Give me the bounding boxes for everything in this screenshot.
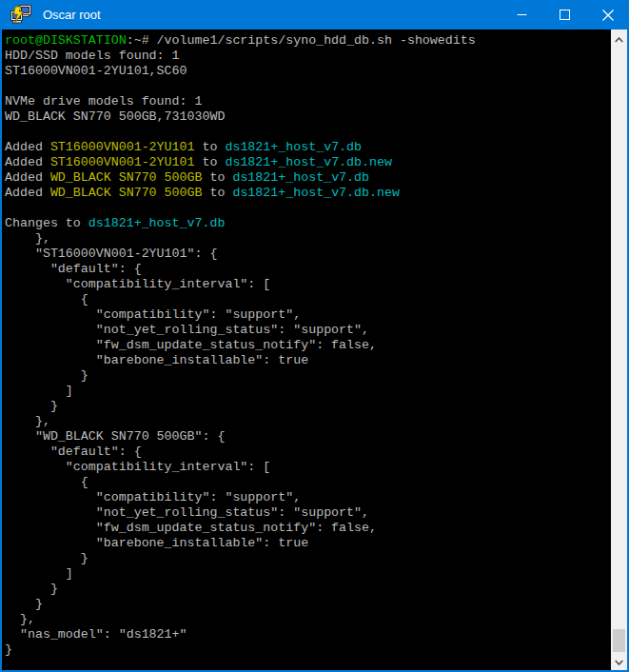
terminal-text-segment: }, bbox=[5, 612, 35, 626]
terminal-text-segment: NVMe drive models found: 1 bbox=[5, 94, 202, 109]
window-controls bbox=[501, 0, 629, 30]
terminal-line: Changes to ds1821+_host_v7.db bbox=[5, 216, 611, 231]
terminal-text-segment: "barebone_installable": true bbox=[5, 353, 308, 367]
terminal-text-segment: WD_BLACK SN770 500GB bbox=[50, 170, 203, 185]
terminal-output[interactable]: root@DISKSTATION:~# /volume1/scripts/syn… bbox=[2, 30, 611, 670]
putty-window: Oscar root root@DISKSTATION:~# /volume1/… bbox=[0, 0, 629, 672]
terminal-line: }, bbox=[5, 231, 611, 247]
terminal-text-segment: :~# /volume1/scripts/syno_hdd_db.sh -sho… bbox=[127, 33, 476, 48]
terminal-line: "not_yet_rolling_status": "support", bbox=[5, 505, 611, 521]
terminal-line: } bbox=[5, 368, 611, 384]
terminal-line: }, bbox=[5, 612, 611, 627]
terminal-text-segment: "compatibility": "support", bbox=[5, 307, 301, 322]
scrollbar-thumb[interactable] bbox=[613, 629, 625, 652]
terminal-text-segment: WD_BLACK SN770 500GB,731030WD bbox=[5, 109, 225, 124]
chevron-down-icon bbox=[615, 660, 623, 665]
terminal-line: ] bbox=[5, 384, 611, 399]
terminal-line: }, bbox=[5, 414, 611, 429]
terminal-text-segment: } bbox=[5, 582, 58, 596]
terminal-text-segment: } bbox=[5, 399, 58, 413]
terminal-line: ] bbox=[5, 566, 611, 582]
terminal-text-segment: "barebone_installable": true bbox=[5, 536, 308, 550]
terminal-line: } bbox=[5, 399, 611, 414]
terminal-line: Added ST16000VN001-2YU101 to ds1821+_hos… bbox=[5, 140, 611, 155]
scroll-down-button[interactable] bbox=[611, 654, 627, 670]
terminal-text-segment: ST16000VN001-2YU101 bbox=[50, 155, 195, 169]
terminal-text-segment: } bbox=[5, 551, 88, 565]
terminal-text-segment: ] bbox=[5, 566, 73, 581]
putty-app-icon[interactable] bbox=[10, 5, 31, 25]
terminal-line: "ST16000VN001-2YU101": { bbox=[5, 247, 611, 262]
terminal-text-segment: "default": { bbox=[5, 262, 142, 276]
maximize-button[interactable] bbox=[543, 0, 586, 30]
terminal-line: } bbox=[5, 582, 611, 597]
terminal-line: "not_yet_rolling_status": "support", bbox=[5, 323, 611, 338]
terminal-text-segment: ST16000VN001-2YU101,SC60 bbox=[5, 64, 187, 78]
terminal-line: } bbox=[5, 551, 611, 566]
terminal-line: } bbox=[5, 597, 611, 612]
terminal-text-segment: "compatibility_interval": [ bbox=[5, 277, 270, 291]
terminal-text-segment: ds1821+_host_v7.db bbox=[225, 140, 362, 154]
terminal-text-segment: Added bbox=[5, 140, 50, 154]
terminal-text-segment: Changes to bbox=[5, 216, 88, 230]
minimize-icon bbox=[517, 10, 527, 20]
terminal-line: WD_BLACK SN770 500GB,731030WD bbox=[5, 109, 611, 125]
terminal-line: "barebone_installable": true bbox=[5, 353, 611, 368]
terminal-line: "fw_dsm_update_status_notify": false, bbox=[5, 338, 611, 353]
terminal-text-segment: } bbox=[5, 642, 12, 657]
terminal-line: "WD_BLACK SN770 500GB": { bbox=[5, 429, 611, 445]
terminal-text-segment: }, bbox=[5, 231, 50, 246]
terminal-line: NVMe drive models found: 1 bbox=[5, 94, 611, 109]
terminal-text-segment: "fw_dsm_update_status_notify": false, bbox=[5, 521, 377, 535]
terminal-line: { bbox=[5, 292, 611, 307]
chevron-up-icon bbox=[615, 37, 623, 43]
close-icon bbox=[602, 10, 614, 21]
terminal-text-segment: "compatibility": "support", bbox=[5, 490, 301, 504]
terminal-line: root@DISKSTATION:~# /volume1/scripts/syn… bbox=[5, 33, 611, 49]
terminal-text-segment: Added bbox=[5, 170, 50, 185]
terminal-text-segment: ds1821+_host_v7.db bbox=[232, 170, 369, 185]
terminal-text-segment: ] bbox=[5, 384, 73, 398]
terminal-line: HDD/SSD models found: 1 bbox=[5, 49, 611, 64]
terminal-text-segment: "nas_model": "ds1821+" bbox=[5, 627, 187, 642]
terminal-line: "compatibility": "support", bbox=[5, 307, 611, 323]
terminal-text-segment: ST16000VN001-2YU101 bbox=[50, 140, 195, 154]
terminal-text-segment: "ST16000VN001-2YU101": { bbox=[5, 247, 217, 261]
terminal-line: "compatibility": "support", bbox=[5, 490, 611, 505]
terminal-text-segment: "WD_BLACK SN770 500GB": { bbox=[5, 429, 225, 444]
terminal-line: "compatibility_interval": [ bbox=[5, 277, 611, 292]
terminal-line: "barebone_installable": true bbox=[5, 536, 611, 551]
terminal-line: { bbox=[5, 475, 611, 490]
terminal-text-segment: to bbox=[202, 170, 232, 185]
terminal-line: "compatibility_interval": [ bbox=[5, 460, 611, 475]
terminal-line: Added ST16000VN001-2YU101 to ds1821+_hos… bbox=[5, 155, 611, 170]
terminal-line: "default": { bbox=[5, 262, 611, 277]
terminal-line: ST16000VN001-2YU101,SC60 bbox=[5, 64, 611, 79]
terminal-text-segment: ds1821+_host_v7.db.new bbox=[225, 155, 392, 169]
terminal-text-segment: to bbox=[195, 155, 226, 169]
titlebar[interactable]: Oscar root bbox=[0, 0, 629, 30]
terminal-line: Added WD_BLACK SN770 500GB to ds1821+_ho… bbox=[5, 170, 611, 186]
terminal-text-segment: "not_yet_rolling_status": "support", bbox=[5, 505, 369, 520]
terminal-line bbox=[5, 125, 611, 140]
terminal-line: Added WD_BLACK SN770 500GB to ds1821+_ho… bbox=[5, 186, 611, 201]
scroll-up-button[interactable] bbox=[611, 31, 627, 48]
terminal-text-segment: ds1821+_host_v7.db bbox=[88, 216, 226, 230]
terminal-text-segment: "not_yet_rolling_status": "support", bbox=[5, 323, 369, 337]
terminal-text-segment: HDD/SSD models found: 1 bbox=[5, 49, 180, 63]
terminal-text-segment: Added bbox=[5, 186, 50, 200]
terminal-text-segment: "fw_dsm_update_status_notify": false, bbox=[5, 338, 377, 352]
terminal-text-segment: { bbox=[5, 475, 88, 489]
window-title: Oscar root bbox=[43, 8, 101, 22]
minimize-button[interactable] bbox=[501, 0, 543, 30]
terminal-text-segment: }, bbox=[5, 414, 50, 428]
terminal-text-segment: ds1821+_host_v7.db.new bbox=[232, 186, 400, 200]
scrollbar[interactable] bbox=[611, 30, 627, 670]
terminal-text-segment: { bbox=[5, 292, 88, 306]
terminal-line: "default": { bbox=[5, 445, 611, 460]
terminal-text-segment: to bbox=[195, 140, 226, 154]
maximize-icon bbox=[560, 10, 570, 20]
close-button[interactable] bbox=[586, 0, 629, 30]
terminal-line bbox=[5, 201, 611, 216]
terminal-text-segment: Added bbox=[5, 155, 50, 169]
